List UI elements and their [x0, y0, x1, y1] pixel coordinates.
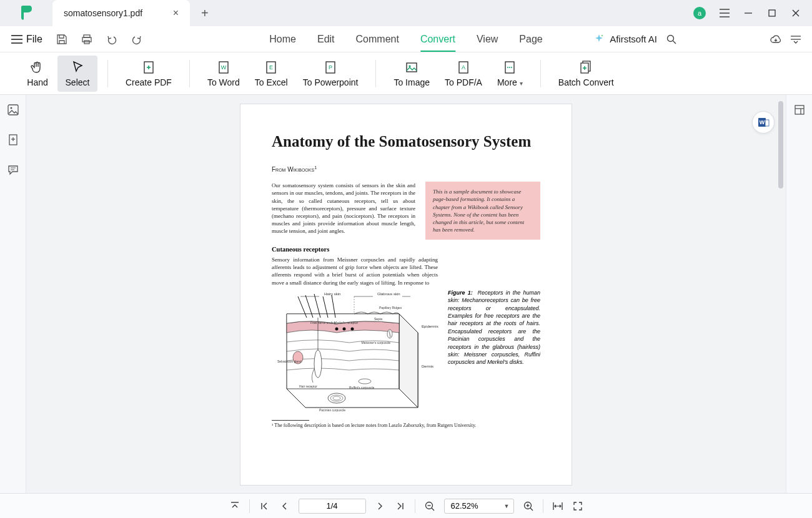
- first-page-icon[interactable]: [259, 501, 270, 512]
- print-button[interactable]: [81, 34, 92, 45]
- figure-caption: Figure 1: Receptors in the human skin: M…: [448, 289, 540, 414]
- tab-view[interactable]: View: [477, 27, 498, 51]
- section-heading: Cutaneous receptors: [272, 246, 540, 253]
- fullscreen-icon[interactable]: [572, 501, 583, 512]
- right-sidebar: [786, 95, 812, 493]
- svg-line-90: [432, 508, 434, 511]
- svg-point-13: [602, 34, 603, 36]
- svg-point-58: [314, 350, 322, 378]
- search-button[interactable]: [666, 34, 677, 45]
- pdf-page: Anatomy of the Somatosensory System From…: [240, 104, 572, 486]
- to-image-button[interactable]: To Image: [386, 56, 437, 92]
- scrollbar-thumb[interactable]: [778, 101, 783, 188]
- svg-rect-82: [795, 105, 804, 114]
- svg-rect-37: [8, 105, 18, 115]
- convert-to-word-fab[interactable]: W: [752, 111, 775, 134]
- svg-text:Free nerve ending: Free nerve ending: [310, 321, 336, 325]
- zoom-out-icon[interactable]: [424, 501, 435, 512]
- maximize-button[interactable]: [767, 8, 777, 18]
- svg-text:W: W: [760, 119, 765, 125]
- hand-icon: [30, 60, 45, 75]
- more-button[interactable]: More▾: [490, 56, 530, 92]
- status-bar: 62.52%▼: [0, 493, 812, 518]
- svg-text:E: E: [269, 64, 273, 71]
- svg-text:Pacinian corpuscle: Pacinian corpuscle: [319, 408, 345, 412]
- bookmarks-icon[interactable]: [7, 134, 19, 146]
- select-tool-button[interactable]: Select: [57, 56, 97, 92]
- svg-text:Hair receptor: Hair receptor: [299, 384, 317, 388]
- svg-text:Dermis: Dermis: [422, 364, 433, 368]
- user-avatar[interactable]: a: [693, 7, 706, 19]
- paragraph-1: Our somatosensory system consists of sen…: [272, 182, 415, 235]
- svg-text:Septa: Septa: [374, 317, 382, 321]
- paragraph-2: Sensory information from Meissner corpus…: [272, 256, 438, 286]
- save-button[interactable]: [56, 34, 67, 45]
- svg-point-32: [507, 67, 508, 68]
- to-excel-button[interactable]: E To Excel: [247, 56, 295, 92]
- document-tab[interactable]: somatosensory1.pdf ×: [52, 0, 190, 26]
- tab-comment[interactable]: Comment: [356, 27, 399, 51]
- svg-point-38: [10, 107, 12, 109]
- svg-rect-46: [765, 120, 769, 126]
- menu-bar: File Home Edit Comment Convert View Page…: [0, 26, 812, 52]
- panel-toggle-icon[interactable]: [791, 35, 801, 44]
- scroll-top-icon[interactable]: [229, 501, 240, 512]
- document-title: Anatomy of the Somatosensory System: [272, 133, 540, 150]
- svg-text:W: W: [221, 64, 227, 71]
- last-page-icon[interactable]: [395, 501, 406, 512]
- convert-ribbon: Hand Select Create PDF W To Word E To Ex…: [0, 52, 812, 95]
- ai-assistant-button[interactable]: Afirstsoft AI: [593, 34, 657, 45]
- redo-button[interactable]: [131, 34, 142, 45]
- close-tab-button[interactable]: ×: [171, 7, 181, 19]
- tab-title: somatosensory1.pdf: [64, 8, 142, 18]
- svg-line-94: [530, 508, 533, 511]
- zoom-level-select[interactable]: 62.52%▼: [444, 499, 514, 514]
- new-tab-button[interactable]: +: [201, 6, 209, 21]
- app-menu-icon[interactable]: [720, 8, 730, 18]
- pdfa-icon: A: [456, 60, 471, 75]
- comments-panel-icon[interactable]: [7, 164, 19, 176]
- tab-page[interactable]: Page: [519, 27, 542, 51]
- page-number-input[interactable]: [299, 499, 366, 514]
- tab-convert[interactable]: Convert: [420, 27, 455, 51]
- svg-point-70: [359, 379, 371, 384]
- svg-point-34: [511, 67, 512, 68]
- properties-panel-icon[interactable]: [793, 104, 806, 116]
- prev-page-icon[interactable]: [279, 501, 290, 512]
- to-pdfa-button[interactable]: A To PDF/A: [437, 56, 490, 92]
- batch-icon: [578, 60, 593, 75]
- zoom-in-icon[interactable]: [523, 501, 534, 512]
- svg-rect-11: [82, 37, 91, 42]
- close-window-button[interactable]: [791, 8, 801, 18]
- minimize-button[interactable]: [743, 8, 753, 18]
- next-page-icon[interactable]: [375, 501, 386, 512]
- svg-text:Epidermis: Epidermis: [422, 325, 438, 328]
- file-menu-button[interactable]: File: [11, 34, 42, 45]
- cursor-icon: [70, 60, 85, 75]
- svg-rect-4: [769, 10, 775, 16]
- powerpoint-icon: P: [323, 60, 338, 75]
- tab-edit[interactable]: Edit: [317, 27, 335, 51]
- word-icon: W: [216, 60, 231, 75]
- batch-convert-button[interactable]: Batch Convert: [551, 56, 621, 92]
- create-pdf-icon: [141, 60, 156, 75]
- document-canvas[interactable]: W Anatomy of the Somatosensory System Fr…: [26, 95, 786, 493]
- svg-point-33: [509, 67, 510, 68]
- thumbnails-icon[interactable]: [7, 104, 19, 116]
- undo-button[interactable]: [106, 34, 117, 45]
- document-source: From Wikibooks1: [272, 165, 540, 173]
- fit-width-icon[interactable]: [552, 501, 563, 512]
- to-word-button[interactable]: W To Word: [200, 56, 247, 92]
- svg-point-62: [343, 327, 346, 330]
- main-area: W Anatomy of the Somatosensory System Fr…: [0, 95, 812, 493]
- more-icon: [502, 60, 517, 75]
- app-logo: [0, 6, 52, 21]
- create-pdf-button[interactable]: Create PDF: [118, 56, 179, 92]
- svg-text:Papillary Ridges: Papillary Ridges: [379, 306, 402, 310]
- footnote-rule: [272, 420, 309, 421]
- image-icon: [404, 60, 419, 75]
- hand-tool-button[interactable]: Hand: [17, 56, 57, 92]
- cloud-sync-icon[interactable]: [770, 33, 782, 46]
- tab-home[interactable]: Home: [269, 27, 296, 51]
- to-powerpoint-button[interactable]: P To Powerpoint: [295, 56, 366, 92]
